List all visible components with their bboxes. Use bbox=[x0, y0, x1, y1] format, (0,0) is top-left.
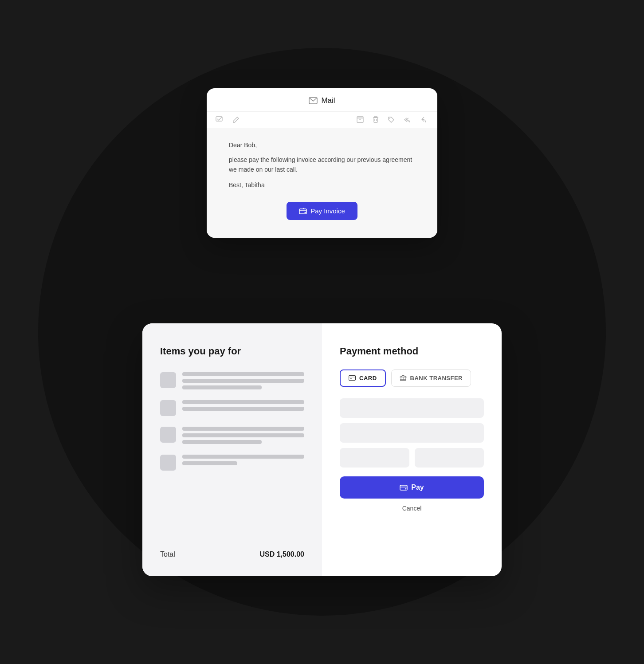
expiry-field[interactable] bbox=[340, 448, 409, 468]
card-number-field[interactable] bbox=[340, 398, 484, 418]
pay-button-icon bbox=[400, 484, 408, 491]
reply-all-icon[interactable] bbox=[404, 116, 412, 123]
item-line-1 bbox=[182, 427, 304, 431]
svg-rect-17 bbox=[401, 377, 401, 380]
mail-greeting: Dear Bob, bbox=[229, 141, 415, 149]
bank-transfer-label: BANK TRANSFER bbox=[410, 375, 463, 381]
tag-icon[interactable] bbox=[388, 116, 395, 123]
list-item bbox=[160, 370, 304, 389]
reply-icon[interactable] bbox=[421, 116, 428, 123]
items-panel: Items you pay for bbox=[142, 323, 322, 576]
card-method-button[interactable]: CARD bbox=[340, 369, 386, 387]
item-line-1 bbox=[182, 455, 304, 459]
mail-window: Mail bbox=[207, 88, 437, 238]
svg-rect-18 bbox=[403, 377, 404, 380]
svg-point-24 bbox=[405, 488, 407, 489]
item-line-2 bbox=[182, 461, 237, 465]
mail-titlebar: Mail bbox=[207, 88, 437, 112]
pay-button[interactable]: Pay bbox=[340, 476, 484, 499]
payment-panel: Payment method CARD bbox=[322, 323, 502, 576]
item-line-3 bbox=[182, 385, 262, 389]
svg-rect-3 bbox=[357, 118, 363, 122]
item-lines bbox=[182, 425, 304, 444]
card-name-field[interactable] bbox=[340, 423, 484, 443]
edit-icon[interactable] bbox=[232, 116, 240, 123]
cancel-label: Cancel bbox=[402, 505, 422, 512]
mail-body: Dear Bob, please pay the following invoi… bbox=[207, 128, 437, 238]
svg-marker-16 bbox=[400, 375, 406, 377]
pay-invoice-label: Pay Invoice bbox=[310, 207, 345, 215]
items-footer: Total USD 1,500.00 bbox=[160, 542, 304, 558]
list-item bbox=[160, 398, 304, 416]
payment-title: Payment method bbox=[340, 346, 484, 357]
svg-rect-13 bbox=[349, 376, 356, 381]
total-label: Total bbox=[160, 550, 175, 558]
svg-rect-6 bbox=[374, 118, 377, 122]
cvv-field[interactable] bbox=[415, 448, 484, 468]
pay-label: Pay bbox=[411, 483, 424, 491]
items-title: Items you pay for bbox=[160, 346, 304, 357]
bank-transfer-method-button[interactable]: BANK TRANSFER bbox=[391, 369, 471, 387]
card-label: CARD bbox=[359, 375, 377, 381]
total-amount: USD 1,500.00 bbox=[259, 550, 304, 558]
item-thumbnail bbox=[160, 372, 176, 388]
item-thumbnail bbox=[160, 455, 176, 471]
mail-sign: Best, Tabitha bbox=[229, 181, 415, 189]
pay-invoice-icon bbox=[299, 208, 307, 215]
payment-methods: CARD BANK TRANSFER bbox=[340, 369, 484, 387]
item-lines bbox=[182, 370, 304, 389]
svg-rect-4 bbox=[357, 117, 363, 118]
trash-icon[interactable] bbox=[373, 116, 379, 123]
cancel-button[interactable]: Cancel bbox=[340, 505, 484, 512]
svg-point-9 bbox=[389, 118, 390, 119]
mail-title: Mail bbox=[321, 96, 335, 105]
mail-toolbar bbox=[207, 112, 437, 128]
check-mail-icon[interactable] bbox=[216, 116, 224, 123]
item-line-1 bbox=[182, 400, 304, 404]
item-line-1 bbox=[182, 372, 304, 376]
item-line-3 bbox=[182, 440, 262, 444]
item-line-2 bbox=[182, 379, 304, 383]
bank-icon bbox=[400, 375, 407, 381]
item-line-2 bbox=[182, 433, 304, 437]
item-thumbnail bbox=[160, 427, 176, 443]
payment-modal: Items you pay for bbox=[142, 323, 502, 576]
list-item bbox=[160, 425, 304, 444]
item-thumbnail bbox=[160, 400, 176, 416]
svg-rect-19 bbox=[405, 377, 406, 380]
card-icon bbox=[349, 375, 356, 381]
archive-icon[interactable] bbox=[357, 116, 364, 123]
item-lines bbox=[182, 453, 304, 465]
mail-message: please pay the following invoice accordi… bbox=[229, 155, 415, 175]
list-item bbox=[160, 453, 304, 471]
item-lines bbox=[182, 398, 304, 411]
pay-invoice-button[interactable]: Pay Invoice bbox=[287, 202, 357, 220]
mail-icon bbox=[309, 97, 318, 104]
card-details-row bbox=[340, 448, 484, 468]
svg-point-12 bbox=[305, 212, 306, 213]
item-line-2 bbox=[182, 407, 304, 411]
svg-rect-14 bbox=[349, 377, 356, 378]
